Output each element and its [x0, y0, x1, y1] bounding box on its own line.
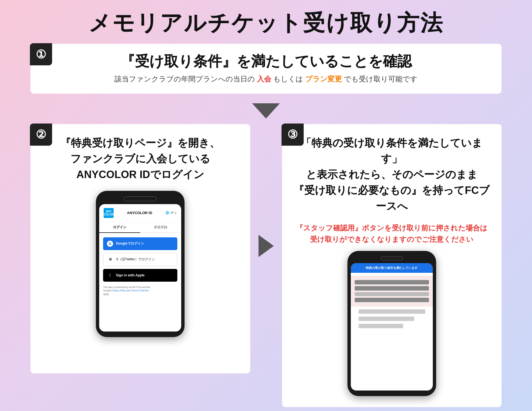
page-wrapper: メモリアルチケット受け取り方法 ① 『受け取り条件』を満たしていることを確認 該…	[0, 0, 532, 411]
login-body: G Googleでログイン ✕ X（旧Twitter）でログイン  Sign …	[99, 233, 181, 300]
content-block-1	[355, 280, 429, 284]
login-header: ANY COLOR ANYCOLOR ID 🌐 JP ∨	[99, 204, 181, 222]
login-tabs: ログイン 新規登録	[99, 222, 181, 233]
language-selector[interactable]: 🌐 JP ∨	[165, 211, 177, 215]
step1-container: ① 『受け取り条件』を満たしていることを確認 該当ファンクラブの年間プランへの当…	[30, 44, 502, 94]
phone-screen-1: ANY COLOR ANYCOLOR ID 🌐 JP ∨ ログイン 新規登録	[99, 204, 181, 332]
google-login-button[interactable]: G Googleでログイン	[103, 237, 177, 250]
step2-title: 『特典受け取りページ』を開き、 ファンクラブに入会している ANYCOLOR I…	[42, 135, 239, 183]
step3-badge: ③	[282, 124, 304, 146]
phone-screen-2: 特典の受け取り条件を満たしています	[351, 263, 433, 391]
recaptcha-text: This site is protected by reCAPTCHA and …	[103, 286, 177, 296]
step2-card: ② 『特典受け取りページ』を開き、 ファンクラブに入会している ANYCOLOR…	[30, 124, 250, 373]
step1-badge: ①	[30, 43, 52, 65]
steps-row: ② 『特典受け取りページ』を開き、 ファンクラブに入会している ANYCOLOR…	[30, 124, 502, 407]
phone-mockup-2: 特典の受け取り条件を満たしています	[347, 251, 436, 396]
anycolor-id-title: ANYCOLOR ID	[127, 211, 152, 215]
apple-icon: 	[107, 272, 113, 278]
x-login-button[interactable]: ✕ X（旧Twitter）でログイン	[103, 253, 177, 266]
privacy-policy-link[interactable]: Privacy Policy	[111, 289, 126, 292]
terms-link[interactable]: Terms of Service	[131, 289, 149, 292]
header-section: メモリアルチケット受け取り方法	[22, 0, 510, 44]
content-block-4	[355, 298, 429, 302]
arrow-down	[252, 103, 280, 119]
step2-badge: ②	[30, 124, 52, 146]
phone-notch-1	[124, 196, 157, 201]
tab-register[interactable]: 新規登録	[140, 222, 181, 232]
warning-text: 『スタッフ確認用』ボタンを受け取り前に押された場合は 受け取りができなくなります…	[293, 222, 491, 245]
step3-title: 「特典の受け取り条件を満たしています」 と表示されたら、そのページのまま 『受け…	[293, 135, 491, 214]
phone-notch-2	[381, 256, 403, 260]
anycolor-logo: ANY COLOR	[104, 208, 114, 218]
phone-mockup-1: ANY COLOR ANYCOLOR ID 🌐 JP ∨ ログイン 新規登録	[96, 191, 185, 337]
main-title: メモリアルチケット受け取り方法	[22, 8, 510, 38]
arrow-right	[259, 235, 274, 257]
benefit-banner: 特典の受け取り条件を満たしています	[351, 263, 433, 273]
content-bar-1	[359, 309, 425, 314]
arrow-right-container	[259, 124, 274, 257]
apple-login-button[interactable]:  Sign in with Apple	[103, 269, 177, 282]
step3-card: ③ 「特典の受け取り条件を満たしています」 と表示されたら、そのページのまま 『…	[282, 124, 502, 407]
tab-login[interactable]: ログイン	[99, 222, 140, 233]
content-bar-2	[359, 317, 414, 321]
content-section	[351, 276, 433, 307]
step1-title: 『受け取り条件』を満たしていることを確認	[47, 52, 485, 71]
content-bar-3	[359, 324, 403, 328]
google-icon: G	[107, 241, 113, 247]
content-block-2	[355, 286, 429, 291]
content-area	[351, 309, 433, 328]
x-icon: ✕	[107, 256, 113, 263]
content-block-3	[355, 292, 429, 296]
step1-subtitle: 該当ファンクラブの年間プランへの当日の 入会 もしくは プラン変更 でも受け取り…	[47, 74, 485, 84]
